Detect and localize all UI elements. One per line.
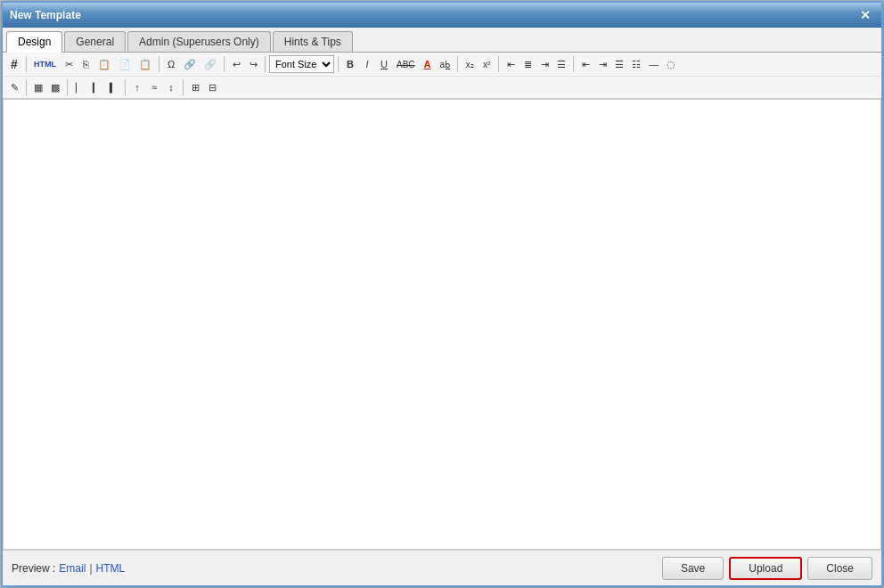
align-left-button[interactable]: ⇤: [503, 55, 519, 73]
separator: [26, 56, 27, 72]
separator: [224, 56, 225, 72]
align-right-button[interactable]: ⇥: [536, 55, 552, 73]
superscript-button[interactable]: x²: [479, 55, 495, 73]
cut-button[interactable]: ✂: [61, 55, 77, 73]
col2-button[interactable]: ▎: [88, 78, 104, 96]
numlist-button[interactable]: ☷: [628, 55, 644, 73]
dialog-title: New Template: [10, 9, 81, 21]
col1-button[interactable]: ▏: [71, 78, 87, 96]
title-bar: New Template ✕: [3, 3, 881, 28]
highlight-button[interactable]: ab̲: [437, 55, 454, 73]
row3-button[interactable]: ↕: [163, 78, 179, 96]
upload-button[interactable]: Upload: [729, 557, 802, 580]
link-button[interactable]: 🔗: [180, 55, 200, 73]
undo-button[interactable]: ↩: [228, 55, 244, 73]
paste-button[interactable]: 📋: [94, 55, 114, 73]
separator: [573, 56, 574, 72]
separator: [338, 56, 339, 72]
close-button[interactable]: Close: [807, 557, 872, 580]
footer-buttons: Save Upload Close: [662, 557, 872, 580]
align-center-button[interactable]: ≣: [520, 55, 536, 73]
tabs-bar: Design General Admin (Superusers Only) H…: [3, 28, 881, 53]
indent-button[interactable]: ⇥: [594, 55, 610, 73]
row2-button[interactable]: ≈: [146, 78, 162, 96]
editor-area[interactable]: [3, 99, 881, 550]
copy-button[interactable]: ⎘: [78, 55, 94, 73]
paste3-button[interactable]: 📋: [135, 55, 155, 73]
bold-button[interactable]: B: [342, 55, 358, 73]
removeformat-button[interactable]: ◌: [663, 55, 679, 73]
new-template-dialog: New Template ✕ Design General Admin (Sup…: [1, 1, 883, 587]
row1-button[interactable]: ↑: [129, 78, 145, 96]
paste2-button[interactable]: 📄: [115, 55, 135, 73]
html-button[interactable]: HTML: [30, 55, 60, 73]
bullist-button[interactable]: ☰: [611, 55, 627, 73]
save-button[interactable]: Save: [662, 557, 724, 580]
tab-general[interactable]: General: [64, 31, 126, 52]
table2-button[interactable]: ▩: [47, 78, 63, 96]
tab-hints[interactable]: Hints & Tips: [273, 31, 353, 52]
separator: [67, 79, 68, 95]
toolbar-row2: ✎ ▦ ▩ ▏ ▎ ▍ ↑ ≈ ↕ ⊞ ⊟: [3, 77, 881, 98]
tab-design[interactable]: Design: [6, 31, 62, 53]
separator: [498, 56, 499, 72]
font-size-select[interactable]: Font Size 8pt 10pt 12pt 14pt 18pt 24pt 3…: [269, 55, 334, 73]
subscript-button[interactable]: x₂: [462, 55, 478, 73]
preview-links: Preview : Email | HTML: [12, 562, 125, 575]
hr-button[interactable]: —: [645, 55, 662, 73]
align-justify-button[interactable]: ☰: [553, 55, 569, 73]
separator: [26, 79, 27, 95]
preview-html-link[interactable]: HTML: [96, 562, 126, 575]
underline-button[interactable]: U: [376, 55, 392, 73]
toolbar: # HTML ✂ ⎘ 📋 📄 📋 Ω 🔗 🔗 ↩ ↪ Font Size 8pt…: [3, 53, 881, 99]
close-icon[interactable]: ✕: [856, 9, 874, 21]
preview-label: Preview :: [12, 562, 55, 575]
edit-button[interactable]: ✎: [6, 78, 22, 96]
footer-bar: Preview : Email | HTML Save Upload Close: [3, 550, 881, 585]
omega-button[interactable]: Ω: [163, 55, 179, 73]
separator: [125, 79, 126, 95]
redo-button[interactable]: ↪: [245, 55, 261, 73]
preview-email-link[interactable]: Email: [59, 562, 86, 575]
separator: [457, 56, 458, 72]
hash-button[interactable]: #: [6, 55, 22, 73]
strikethrough-button[interactable]: ABC: [393, 55, 419, 73]
outdent-button[interactable]: ⇤: [577, 55, 593, 73]
separator: [159, 56, 160, 72]
separator: [265, 56, 266, 72]
toolbar-row1: # HTML ✂ ⎘ 📋 📄 📋 Ω 🔗 🔗 ↩ ↪ Font Size 8pt…: [3, 53, 881, 77]
fontcolor-button[interactable]: A: [420, 55, 436, 73]
table1-button[interactable]: ▦: [30, 78, 46, 96]
col3-button[interactable]: ▍: [105, 78, 121, 96]
unlink-button[interactable]: 🔗: [201, 55, 220, 73]
tab-admin[interactable]: Admin (Superusers Only): [127, 31, 271, 52]
separator: [183, 79, 184, 95]
cell1-button[interactable]: ⊞: [187, 78, 203, 96]
preview-divider: |: [89, 562, 92, 575]
italic-button[interactable]: I: [359, 55, 375, 73]
cell2-button[interactable]: ⊟: [204, 78, 220, 96]
